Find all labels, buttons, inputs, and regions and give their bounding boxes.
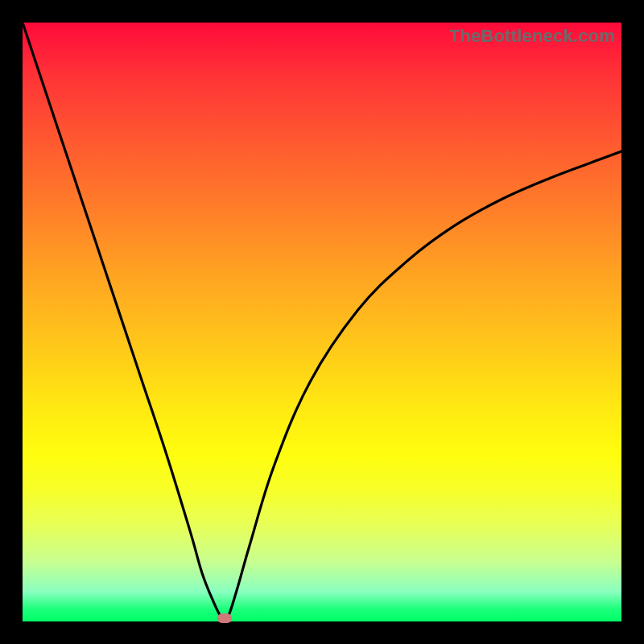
bottleneck-curve [23,23,621,621]
optimum-marker [217,613,232,623]
chart-frame: TheBottleneck.com [0,0,644,644]
plot-area: TheBottleneck.com [23,23,621,621]
curve-svg [23,23,621,621]
